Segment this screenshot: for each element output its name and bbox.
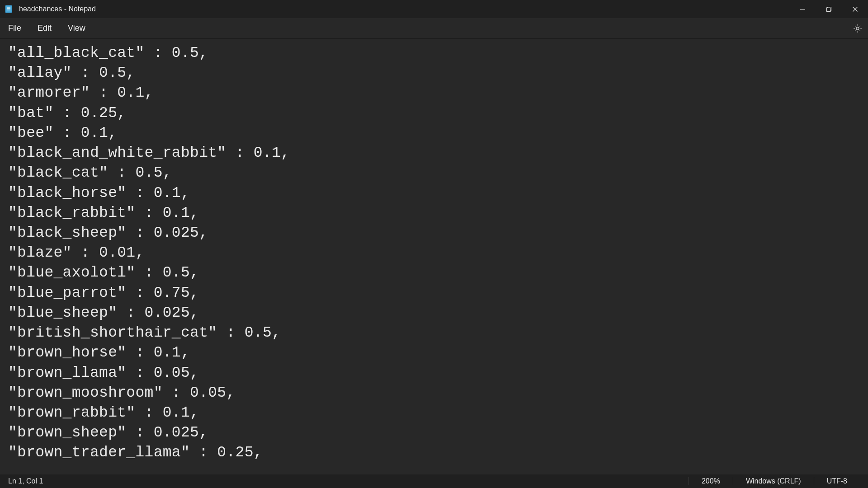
editor-text[interactable]: "all_black_cat" : 0.5, "allay" : 0.5, "a… (8, 43, 860, 463)
statusbar-right: 200% Windows (CRLF) UTF-8 (689, 477, 860, 485)
svg-rect-5 (826, 8, 830, 12)
window-title: headchances - Notepad (19, 5, 96, 13)
notepad-icon (5, 5, 13, 13)
svg-point-8 (856, 27, 859, 30)
titlebar: headchances - Notepad (0, 0, 868, 18)
menu-file[interactable]: File (0, 18, 29, 38)
status-zoom[interactable]: 200% (689, 477, 733, 485)
menubar-left: File Edit View (0, 18, 94, 38)
menu-edit[interactable]: Edit (29, 18, 60, 38)
editor-area[interactable]: "all_black_cat" : 0.5, "allay" : 0.5, "a… (0, 39, 868, 474)
svg-rect-0 (5, 5, 12, 13)
status-line-ending[interactable]: Windows (CRLF) (733, 477, 814, 485)
minimize-button[interactable] (789, 0, 816, 18)
window-controls (789, 0, 868, 18)
close-button[interactable] (842, 0, 868, 18)
maximize-button[interactable] (816, 0, 842, 18)
status-cursor-position: Ln 1, Col 1 (8, 477, 43, 485)
titlebar-left: headchances - Notepad (5, 5, 96, 13)
menu-view[interactable]: View (60, 18, 94, 38)
menubar: File Edit View (0, 18, 868, 39)
statusbar: Ln 1, Col 1 200% Windows (CRLF) UTF-8 (0, 474, 868, 488)
status-encoding[interactable]: UTF-8 (814, 477, 860, 485)
settings-button[interactable] (853, 23, 863, 33)
